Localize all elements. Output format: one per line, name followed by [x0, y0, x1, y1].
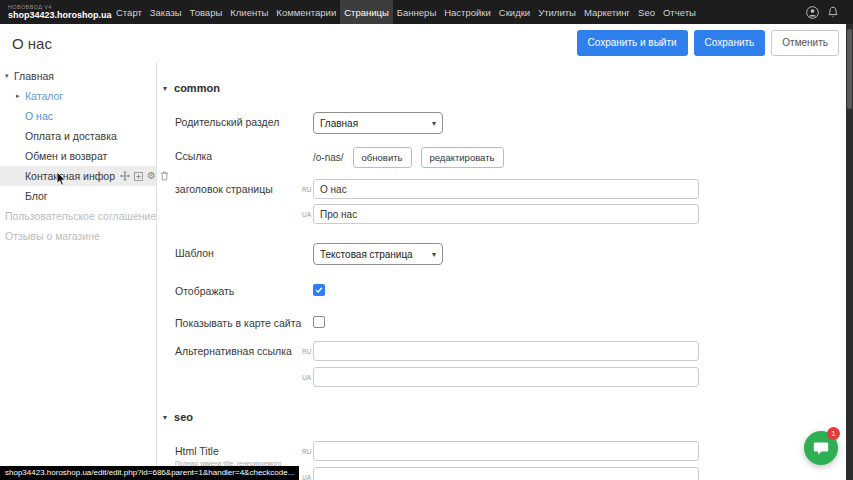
link-update-button[interactable]: обновить: [353, 147, 412, 168]
sitemap-checkbox[interactable]: [313, 316, 325, 328]
tree-label: О нас: [25, 110, 53, 122]
cancel-button[interactable]: Отменить: [771, 30, 839, 56]
chevron-down-icon: ▾: [432, 250, 436, 259]
menu-orders[interactable]: Заказы: [146, 0, 186, 24]
brand[interactable]: НОВОВВОД V4 shop34423.horoshop.ua: [0, 4, 112, 21]
alt-link-ua-input[interactable]: [313, 367, 699, 387]
add-icon[interactable]: [134, 172, 143, 181]
tree-label: Отзывы о магазине: [5, 230, 100, 242]
lang-ru-label: RU: [302, 441, 313, 455]
chat-unread-badge: 1: [827, 427, 840, 440]
link-value: /o-nas/: [313, 152, 344, 163]
menu-seo[interactable]: Seo: [634, 0, 659, 24]
move-icon[interactable]: [120, 171, 130, 181]
user-icon[interactable]: [805, 5, 819, 19]
tree-item-contact-info[interactable]: Контактная инфор ⚙: [0, 166, 156, 186]
save-and-exit-button[interactable]: Сохранить и выйти: [577, 30, 688, 56]
page-title-ua-input[interactable]: [313, 204, 699, 224]
gear-icon[interactable]: ⚙: [147, 171, 156, 181]
parent-section-row: Родительский раздел Главная ▾: [175, 112, 443, 134]
tree-label: Каталог: [25, 90, 63, 102]
html-title-label: Html Title Полная замена title, генериру…: [175, 441, 302, 468]
alt-link-ru-input[interactable]: [313, 341, 699, 361]
tree-label: Оплата и доставка: [25, 130, 117, 142]
menu-pages[interactable]: Страницы: [340, 0, 393, 24]
lang-spacer: [302, 146, 313, 153]
html-title-ru-input[interactable]: [313, 441, 699, 461]
menu-marketing[interactable]: Маркетинг: [580, 0, 634, 24]
chat-icon: [813, 441, 829, 456]
chevron-right-icon: ▸: [16, 92, 25, 100]
lang-spacer: [302, 243, 313, 250]
selected-value: Текстовая страница: [320, 249, 413, 260]
template-row: Шаблон Текстовая страница ▾: [175, 243, 443, 265]
html-title-ua-input[interactable]: [313, 467, 699, 480]
link-row: Ссылка /o-nas/ обновить редактировать: [175, 146, 504, 168]
pages-tree: ▾ Главная ▸ Каталог О нас Оплата и доста…: [0, 62, 157, 480]
tree-item-store-reviews[interactable]: Отзывы о магазине: [0, 226, 156, 246]
tree-label: Контактная инфор: [25, 170, 115, 182]
lang-ru-label: RU: [302, 179, 313, 193]
sitemap-label: Показывать в карте сайта: [175, 313, 302, 330]
link-controls: /o-nas/ обновить редактировать: [313, 146, 504, 168]
menu-products[interactable]: Товары: [186, 0, 227, 24]
display-row: Отображать: [175, 281, 325, 298]
tree-item-catalog[interactable]: ▸ Каталог: [0, 86, 156, 106]
main-menu: Старт Заказы Товары Клиенты Комментарии …: [112, 0, 700, 24]
page-title-ru-input[interactable]: [313, 179, 699, 199]
link-label: Ссылка: [175, 146, 302, 163]
tree-item-blog[interactable]: Блог: [0, 186, 156, 206]
section-common-title: common: [174, 82, 220, 94]
page-title: О нас: [12, 35, 52, 52]
page-header: О нас Сохранить и выйти Сохранить Отмени…: [0, 24, 853, 62]
menu-discounts[interactable]: Скидки: [495, 0, 534, 24]
page-title-ua-row: UA: [175, 204, 699, 224]
tree-item-payment-delivery[interactable]: Оплата и доставка: [0, 126, 156, 146]
tree-item-actions: ⚙: [120, 171, 169, 181]
html-title-label-text: Html Title: [175, 445, 302, 458]
alt-link-label: Альтернативная ссылка: [175, 341, 302, 358]
tree-item-exchange-return[interactable]: Обмен и возврат: [0, 146, 156, 166]
menu-clients[interactable]: Клиенты: [226, 0, 272, 24]
menu-start[interactable]: Старт: [112, 0, 146, 24]
section-common[interactable]: ▾ common: [163, 82, 220, 94]
menu-comments[interactable]: Комментарии: [272, 0, 340, 24]
bell-icon[interactable]: [826, 5, 840, 19]
html-title-ru-row: Html Title Полная замена title, генериру…: [175, 441, 699, 468]
link-edit-button[interactable]: редактировать: [421, 147, 504, 168]
empty-label: [175, 204, 302, 208]
chevron-down-icon: ▾: [163, 84, 167, 93]
vertical-scrollbar[interactable]: [846, 24, 853, 480]
checkmark-icon: [315, 286, 323, 294]
tree-label: Пользовательское соглашение: [5, 210, 156, 222]
topbar: НОВОВВОД V4 shop34423.horoshop.ua Старт …: [0, 0, 853, 24]
alt-link-ua-row: UA: [175, 367, 699, 387]
menu-settings[interactable]: Настройки: [440, 0, 495, 24]
template-select[interactable]: Текстовая страница ▾: [313, 243, 443, 265]
display-checkbox[interactable]: [313, 284, 325, 296]
tree-item-home[interactable]: ▾ Главная: [0, 66, 156, 86]
display-label: Отображать: [175, 281, 302, 298]
scrollbar-thumb[interactable]: [847, 29, 852, 109]
lang-ua-label: UA: [302, 367, 313, 381]
tree-item-about[interactable]: О нас: [0, 106, 156, 126]
chat-launcher-button[interactable]: 1: [804, 431, 838, 465]
section-seo[interactable]: ▾ seo: [163, 411, 193, 423]
save-button[interactable]: Сохранить: [694, 30, 766, 56]
template-label: Шаблон: [175, 243, 302, 260]
trash-icon[interactable]: [160, 171, 169, 181]
empty-label: [175, 367, 302, 371]
chevron-down-icon: ▾: [5, 72, 14, 80]
header-buttons: Сохранить и выйти Сохранить Отменить: [577, 30, 840, 56]
menu-reports[interactable]: Отчеты: [659, 0, 700, 24]
chevron-down-icon: ▾: [432, 119, 436, 128]
tree-item-user-agreement[interactable]: Пользовательское соглашение: [0, 206, 156, 226]
parent-section-select[interactable]: Главная ▾: [313, 112, 443, 134]
page-title-label: заголовок страницы: [175, 179, 302, 196]
brand-domain: shop34423.horoshop.ua: [8, 10, 112, 20]
menu-banners[interactable]: Баннеры: [393, 0, 440, 24]
section-seo-title: seo: [174, 411, 193, 423]
menu-utilities[interactable]: Утилиты: [534, 0, 580, 24]
status-url: shop34423.horoshop.ua/edit/edit.php?id=6…: [0, 466, 299, 480]
selected-value: Главная: [320, 118, 358, 129]
